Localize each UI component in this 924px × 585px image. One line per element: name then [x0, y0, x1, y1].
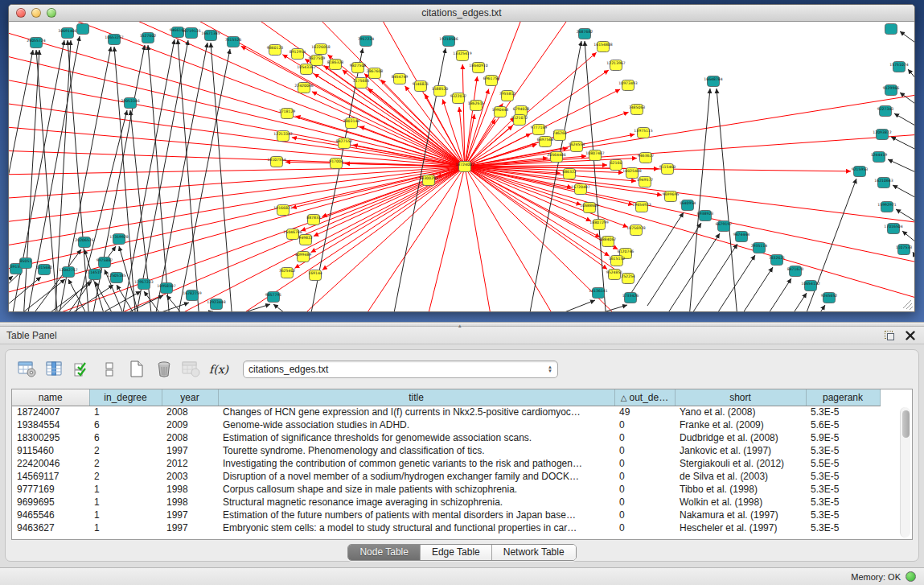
table-row[interactable]: 1872400712008Changes of HCN gene express… — [12, 406, 880, 418]
table-row[interactable]: 2242004622012Investigating the contribut… — [12, 457, 880, 470]
network-canvas[interactable]: 1872400718300295986012389129541822605898… — [9, 22, 914, 311]
resize-grip[interactable] — [903, 300, 913, 310]
table-cell[interactable]: Disruption of a novel member of a sodium… — [218, 470, 614, 483]
table-cell[interactable]: 1 — [89, 521, 162, 534]
graph-node[interactable] — [77, 24, 89, 35]
graph-edge[interactable] — [135, 40, 188, 311]
table-cell[interactable]: 18724007 — [12, 406, 89, 418]
column-header-short[interactable]: short — [675, 389, 806, 406]
float-panel-button[interactable] — [882, 329, 897, 342]
table-cell[interactable]: 5.9E-5 — [806, 431, 880, 444]
table-cell[interactable]: 5.3E-5 — [806, 444, 880, 457]
table-cell[interactable]: Nakamura et al. (1997) — [675, 509, 806, 521]
column-header-name[interactable]: name — [12, 389, 89, 406]
new-table-icon[interactable] — [125, 358, 148, 381]
table-cell[interactable]: de Silva et al. (2003) — [675, 470, 806, 483]
memory-status-icon[interactable] — [906, 571, 916, 582]
table-cell[interactable]: 49 — [614, 406, 675, 418]
graph-edge[interactable] — [148, 45, 170, 311]
tab-node-table[interactable]: Node Table — [348, 545, 420, 560]
graph-edge[interactable] — [891, 137, 914, 152]
table-selector-dropdown[interactable]: citations_edges.txt ▲▼ — [243, 360, 558, 378]
import-table-icon[interactable] — [180, 358, 203, 381]
table-cell[interactable]: 2 — [89, 444, 162, 457]
graph-edge[interactable] — [234, 167, 465, 311]
table-cell[interactable]: 0 — [614, 418, 675, 431]
graph-edge[interactable] — [9, 167, 465, 223]
graph-edge[interactable] — [900, 31, 914, 47]
deselect-rows-icon[interactable] — [98, 358, 121, 381]
table-cell[interactable]: 1998 — [162, 496, 218, 509]
table-cell[interactable]: 9777169 — [12, 483, 89, 496]
column-header-year[interactable]: year — [162, 389, 218, 406]
table-cell[interactable]: 5.3E-5 — [806, 496, 880, 509]
table-cell[interactable]: 9465546 — [12, 509, 89, 521]
graph-edge[interactable] — [900, 93, 914, 108]
table-row[interactable]: 977716911998Corpus callosum shape and si… — [12, 483, 880, 496]
graph-edge[interactable] — [177, 49, 230, 311]
column-header-in-degree[interactable]: in_degree — [89, 389, 162, 406]
graph-edge[interactable] — [298, 167, 465, 311]
table-cell[interactable]: 5.5E-5 — [806, 457, 880, 470]
table-scrollbar-thumb[interactable] — [902, 410, 910, 438]
table-row[interactable]: 1456911722003Disruption of a novel membe… — [12, 470, 880, 483]
table-cell[interactable]: 6 — [89, 431, 162, 444]
table-cell[interactable]: Yano et al. (2008) — [675, 406, 806, 418]
graph-edge[interactable] — [465, 76, 477, 167]
table-cell[interactable]: Investigating the contribution of common… — [218, 457, 614, 470]
table-cell[interactable]: 1 — [89, 496, 162, 509]
column-header-out-de-[interactable]: △out_de… — [614, 389, 675, 406]
table-cell[interactable]: Jankovic et al. (1997) — [675, 444, 806, 457]
network-canvas-svg[interactable]: 1872400718300295986012389129541822605898… — [9, 22, 914, 311]
table-cell[interactable]: 0 — [614, 470, 675, 483]
table-cell[interactable]: 5.3E-5 — [806, 521, 880, 534]
table-cell[interactable]: 0 — [614, 496, 675, 509]
column-header-pagerank[interactable]: pagerank — [806, 389, 880, 406]
table-cell[interactable]: 0 — [614, 431, 675, 444]
graph-edge[interactable] — [574, 305, 627, 311]
graph-node[interactable] — [885, 24, 897, 35]
graph-edge[interactable] — [465, 22, 572, 167]
graph-edge[interactable] — [9, 270, 23, 311]
table-cell[interactable]: 18300295 — [12, 431, 89, 444]
table-cell[interactable]: 5.6E-5 — [806, 418, 880, 431]
table-cell[interactable]: Franke et al. (2009) — [675, 418, 806, 431]
graph-edge[interactable] — [9, 167, 465, 247]
table-cell[interactable]: 2003 — [162, 470, 218, 483]
column-header-title[interactable]: title — [218, 389, 614, 406]
table-cell[interactable]: Hescheler et al. (1997) — [675, 521, 806, 534]
table-cell[interactable]: 1 — [89, 509, 162, 521]
table-cell[interactable]: 2012 — [162, 457, 218, 470]
table-cell[interactable]: Embryonic stem cells: a model to study s… — [218, 521, 614, 534]
panel-splitter[interactable]: ▴ — [0, 322, 924, 327]
graph-edge[interactable] — [701, 255, 755, 311]
graph-edge[interactable] — [9, 167, 465, 295]
graph-edge[interactable] — [908, 69, 914, 84]
graph-edge[interactable] — [666, 233, 720, 311]
table-cell[interactable]: Stergiakouli et al. (2012) — [675, 457, 806, 470]
table-cell[interactable]: Dudbridge et al. (2008) — [675, 431, 806, 444]
table-cell[interactable]: Structural magnetic resonance image aver… — [218, 496, 614, 509]
table-cell[interactable]: 0 — [614, 521, 675, 534]
table-cell[interactable]: 9699695 — [12, 496, 89, 509]
table-cell[interactable]: Estimation of significance thresholds fo… — [218, 431, 614, 444]
window-titlebar[interactable]: citations_edges.txt — [9, 5, 914, 22]
table-cell[interactable]: 1 — [89, 406, 162, 418]
graph-edge[interactable] — [888, 159, 914, 175]
graph-edge[interactable] — [23, 50, 39, 311]
graph-edge[interactable] — [647, 223, 701, 306]
table-options-icon[interactable] — [16, 358, 39, 381]
select-all-icon[interactable] — [71, 358, 93, 381]
table-cell[interactable]: 0 — [614, 457, 675, 470]
table-row[interactable]: 969969511998Structural magnetic resonanc… — [12, 496, 880, 509]
table-cell[interactable]: 2 — [89, 470, 162, 483]
delete-table-icon[interactable] — [153, 358, 175, 381]
graph-edge[interactable] — [359, 126, 465, 167]
table-cell[interactable]: 1 — [89, 483, 162, 496]
graph-edge[interactable] — [894, 113, 914, 129]
column-chooser-icon[interactable] — [43, 358, 66, 381]
graph-edge[interactable] — [585, 41, 606, 311]
graph-edge[interactable] — [719, 267, 773, 311]
table-cell[interactable]: 2009 — [162, 418, 218, 431]
close-panel-button[interactable] — [903, 329, 918, 342]
